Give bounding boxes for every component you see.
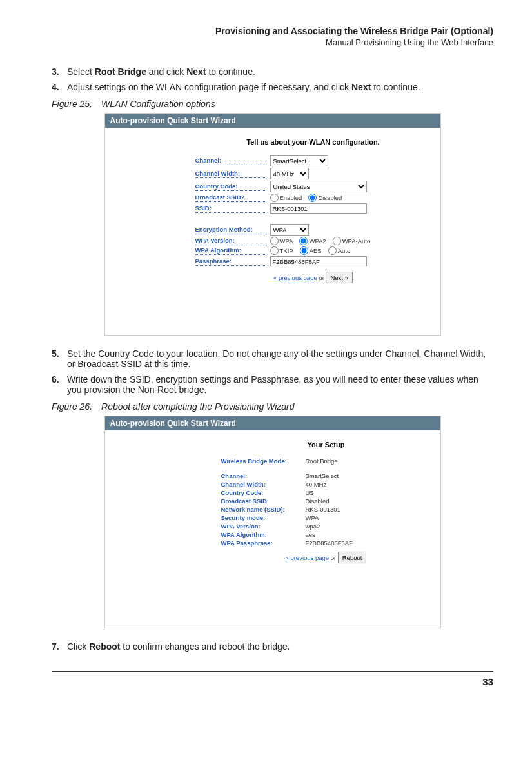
- previous-page-link[interactable]: « previous page: [273, 274, 317, 281]
- step-number: 5.: [52, 348, 67, 369]
- label-country: Country Code:: [195, 183, 266, 191]
- step-4: 4. Adjust settings on the WLAN configura…: [52, 82, 493, 92]
- label-encryption: Encryption Method:: [195, 226, 266, 234]
- radio-aes[interactable]: AES: [300, 246, 322, 255]
- header-subtitle: Manual Provisioning Using the Web Interf…: [52, 37, 493, 47]
- header-title: Provisioning and Associating the Wireles…: [52, 26, 493, 36]
- label-channel-width: Channel Width:: [221, 481, 302, 488]
- page-number: 33: [52, 676, 493, 687]
- passphrase-input[interactable]: [270, 256, 367, 266]
- label-passphrase: Passphrase:: [195, 257, 266, 266]
- value-channel: SmartSelect: [306, 472, 339, 479]
- country-select[interactable]: United States: [270, 181, 367, 192]
- radio-disabled[interactable]: Disabled: [308, 194, 342, 202]
- step-7: 7. Click Reboot to confirm changes and r…: [52, 641, 493, 652]
- radio-enabled[interactable]: Enabled: [270, 194, 302, 202]
- step-number: 4.: [52, 82, 67, 92]
- channel-select[interactable]: SmartSelect: [270, 155, 328, 166]
- step-6: 6. Write down the SSID, encryption setti…: [52, 374, 493, 395]
- step-number: 6.: [52, 374, 67, 395]
- reboot-button[interactable]: Reboot: [338, 552, 367, 563]
- step-text: Select Root Bridge and click Next to con…: [67, 66, 493, 77]
- next-button[interactable]: Next »: [326, 272, 352, 283]
- step-number: 3.: [52, 66, 67, 77]
- encryption-select[interactable]: WPA: [270, 224, 309, 236]
- wizard-heading: Your Setup: [221, 441, 431, 448]
- label-channel-width: Channel Width:: [195, 170, 266, 178]
- label-wpa-algorithm: WPA Algorithm:: [221, 531, 302, 538]
- radio-wpa[interactable]: WPA: [270, 237, 293, 245]
- step-number: 7.: [52, 641, 67, 652]
- wizard-wlan-config: Auto-provision Quick Start Wizard Tell u…: [104, 113, 441, 336]
- wizard-nav: « previous page or Reboot: [221, 552, 431, 563]
- page-header: Provisioning and Associating the Wireles…: [52, 26, 493, 47]
- figure-25-caption: Figure 25.WLAN Configuration options: [52, 99, 493, 109]
- previous-page-link[interactable]: « previous page: [286, 554, 330, 561]
- step-3: 3. Select Root Bridge and click Next to …: [52, 66, 493, 77]
- wizard-heading: Tell us about your WLAN configuration.: [195, 138, 431, 146]
- step-text: Write down the SSID, encryption settings…: [67, 374, 493, 395]
- ssid-input[interactable]: [270, 203, 367, 214]
- value-broadcast-ssid: Disabled: [306, 497, 330, 505]
- wizard-nav: « previous page or Next »: [195, 272, 431, 283]
- label-wpa-passphrase: WPA Passphrase:: [221, 539, 302, 547]
- label-bridge-mode: Wireless Bridge Mode:: [221, 457, 302, 465]
- radio-wpa-auto[interactable]: WPA-Auto: [333, 237, 371, 245]
- value-wpa-passphrase: F2BB85486F5AF: [306, 539, 353, 547]
- label-country: Country Code:: [221, 489, 302, 496]
- value-wpa-version: wpa2: [306, 523, 320, 530]
- label-channel: Channel:: [195, 157, 266, 165]
- label-wpa-version: WPA Version:: [195, 237, 266, 245]
- value-bridge-mode: Root Bridge: [306, 457, 338, 465]
- label-wpa-version: WPA Version:: [221, 523, 302, 530]
- value-security-mode: WPA: [306, 514, 319, 521]
- wizard-your-setup: Auto-provision Quick Start Wizard Your S…: [104, 416, 441, 628]
- step-text: Click Reboot to confirm changes and rebo…: [67, 641, 493, 652]
- value-network-name: RKS-001301: [306, 506, 340, 513]
- radio-tkip[interactable]: TKIP: [270, 246, 293, 255]
- step-text: Adjust settings on the WLAN configuratio…: [67, 82, 493, 92]
- label-wpa-algorithm: WPA Algorithm:: [195, 246, 266, 255]
- value-country: US: [306, 489, 314, 496]
- wizard-title: Auto-provision Quick Start Wizard: [105, 416, 440, 430]
- label-ssid: SSID:: [195, 205, 266, 213]
- figure-26-caption: Figure 26.Reboot after completing the Pr…: [52, 401, 493, 412]
- wizard-title: Auto-provision Quick Start Wizard: [105, 114, 440, 128]
- value-channel-width: 40 MHz: [306, 481, 327, 488]
- label-security-mode: Security mode:: [221, 514, 302, 521]
- step-5: 5. Set the Country Code to your location…: [52, 348, 493, 369]
- radio-wpa2[interactable]: WPA2: [299, 237, 326, 245]
- channel-width-select[interactable]: 40 MHz: [270, 168, 309, 179]
- step-text: Set the Country Code to your location. D…: [67, 348, 493, 369]
- footer-rule: [52, 671, 493, 672]
- label-broadcast-ssid: Broadcast SSID?: [195, 194, 266, 202]
- label-network-name: Network name (SSID):: [221, 506, 302, 513]
- label-channel: Channel:: [221, 472, 302, 479]
- radio-auto[interactable]: Auto: [328, 246, 351, 255]
- label-broadcast-ssid: Broadcast SSID:: [221, 497, 302, 505]
- value-wpa-algorithm: aes: [306, 531, 315, 538]
